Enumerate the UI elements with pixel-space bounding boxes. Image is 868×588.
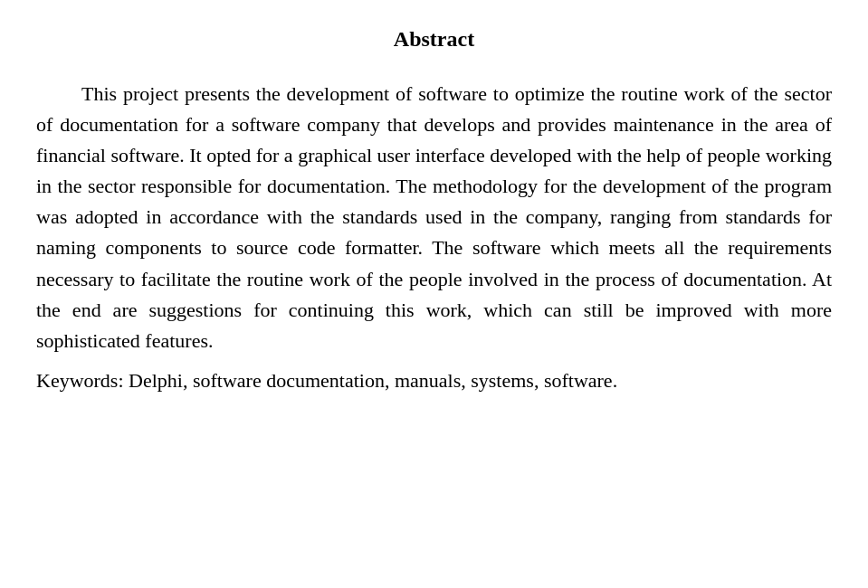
abstract-title: Abstract [36, 27, 832, 52]
main-paragraph: This project presents the development of… [36, 79, 832, 356]
page-container: Abstract This project presents the devel… [0, 0, 868, 423]
keywords-line: Keywords: Delphi, software documentation… [36, 365, 832, 396]
abstract-body: This project presents the development of… [36, 79, 832, 396]
